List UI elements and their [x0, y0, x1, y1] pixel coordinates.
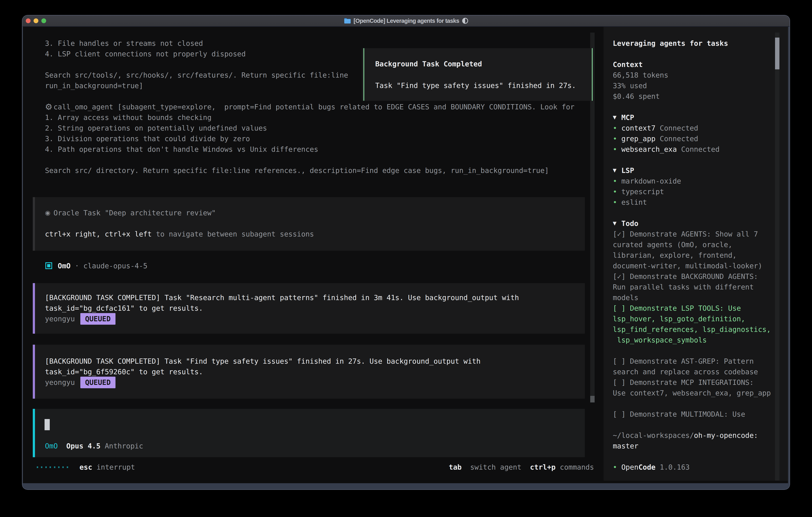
text-span: Use context7, websearch_exa, grep_app: [613, 389, 771, 397]
notification-border-left: [364, 48, 364, 101]
todo-item: [ ] Demonstrate MULTIMODAL: Use: [613, 409, 745, 419]
text-span: •: [613, 188, 617, 196]
chat-row: 4. Path operations that don't handle Win…: [45, 144, 318, 155]
omo-icon-fill: [47, 264, 50, 267]
tri-icon: ▼: [613, 218, 621, 229]
text-span: document-writer, multimodal-looker): [613, 262, 762, 270]
text-span: 2. String operations on potentially unde…: [45, 124, 267, 132]
text-span: [✓] Demonstrate AGENTS: Show all 7: [613, 230, 758, 238]
text-span: eslint: [617, 198, 647, 206]
text-span: websearch_exa: [617, 145, 677, 153]
text-span: markdown-oxide: [617, 177, 681, 185]
workspace-path: ~/local-workspaces/oh-my-opencode:: [613, 430, 758, 441]
todo-item: document-writer, multimodal-looker): [613, 261, 762, 271]
activity-dot: [37, 466, 38, 468]
text-span: 1. Array access without bounds checking: [45, 113, 211, 121]
close-button[interactable]: [26, 19, 31, 23]
text-span: search and replace across codebase: [613, 368, 758, 376]
text-span: · claude-opus-4-5: [70, 262, 147, 270]
task1-accent-border: [33, 283, 35, 334]
text-span: yeongyu: [45, 378, 75, 386]
activity-dot: [58, 466, 60, 468]
todo-item: Use context7, websearch_exa, grep_app: [613, 388, 771, 398]
sidebar-scrollbar[interactable]: [775, 33, 779, 481]
todo-item: [✓] Demonstrate BACKGROUND AGENTS:: [613, 271, 758, 282]
omo-icon-frame: [46, 262, 52, 269]
titlebar-separator: [22, 26, 790, 27]
text-span: Code: [638, 463, 656, 471]
chat-row: 4. LSP client connections not properly d…: [45, 49, 246, 59]
fisheye-icon: ◉: [45, 208, 54, 218]
sidebar-scrollbar-thumb[interactable]: [775, 37, 779, 70]
chat-row: Search src/ directory. Return specific f…: [45, 165, 549, 176]
window-edge-left: [22, 27, 23, 483]
todo-item-active: lsp_find_references, lsp_diagnostics,: [613, 324, 771, 335]
activity-dot: [41, 466, 42, 468]
text-span: Opus 4.5: [58, 442, 100, 450]
text-span: lsp_workspace_symbols: [613, 336, 707, 344]
oracle-task-title: ◉Oracle Task "Deep architecture review": [45, 208, 216, 218]
text-span: run_in_background=true]: [45, 82, 143, 90]
todo-item-active: lsp_workspace_symbols: [613, 335, 707, 345]
text-span: •: [613, 135, 617, 143]
text-span: 3. File handles or streams not closed: [45, 39, 203, 47]
text-span: [ ] Demonstrate MCP INTEGRATIONS:: [613, 378, 754, 386]
activity-dot: [54, 466, 55, 468]
mcp-item: • websearch_exa Connected: [613, 144, 720, 155]
text-span: [ ] Demonstrate AST-GREP: Pattern: [613, 357, 754, 365]
chat-row: run_in_background=true]: [45, 80, 143, 91]
status-left: esc interrupt: [37, 462, 135, 472]
text-span: •: [613, 145, 617, 153]
text-span: Connected: [656, 135, 698, 143]
text-span: $0.46 spent: [613, 92, 660, 100]
chat-scrollbar-thumb[interactable]: [590, 396, 594, 403]
text-span: models: [613, 294, 638, 302]
mcp-item: • context7 Connected: [613, 123, 698, 133]
queued-badge: QUEUED: [80, 313, 115, 325]
text-span: typescript: [617, 188, 664, 196]
mcp-heading: ▼MCP: [613, 112, 634, 123]
todo-item: models: [613, 292, 638, 303]
text-span: grep_app: [617, 135, 655, 143]
text-span: master: [613, 442, 638, 450]
notification-toast[interactable]: Background Task Completed Task "Find typ…: [362, 48, 592, 101]
text-span: Context: [613, 60, 643, 69]
todo-item: [ ] Demonstrate AST-GREP: Pattern: [613, 356, 754, 366]
chat-row: ⚙call_omo_agent [subagent_type=explore, …: [45, 102, 574, 112]
text-span: [✓] Demonstrate BACKGROUND AGENTS:: [613, 272, 758, 280]
text-span: [BACKGROUND TASK COMPLETED] Task "Resear…: [45, 294, 519, 302]
text-span: Search src/ directory. Return specific f…: [45, 166, 549, 174]
activity-dot: [50, 466, 51, 468]
text-span: Connected: [656, 124, 698, 132]
text-span: 3. Division operations that could divide…: [45, 135, 250, 143]
folder-icon: [344, 18, 351, 24]
todo-heading: ▼Todo: [613, 218, 638, 229]
todo-item: curated agents (OmO, oracle,: [613, 239, 732, 250]
text-span: call_omo_agent [subagent_type=explore, p…: [54, 103, 574, 111]
activity-dots-icon: [37, 462, 80, 472]
text-span: interrupt: [92, 463, 135, 471]
notification-border-right: [592, 48, 592, 101]
status-right: tab switch agent ctrl+p commands: [449, 462, 594, 472]
text-span: lsp_hover, lsp_goto_definition,: [613, 315, 745, 323]
text-span: [ ] Demonstrate LSP TOOLS: Use: [613, 304, 741, 312]
minimize-button[interactable]: [34, 19, 38, 23]
chat-row: 1. Array access without bounds checking: [45, 112, 211, 123]
text-span: Open: [617, 463, 638, 471]
agent-header: OmO · claude-opus-4-5: [45, 261, 147, 271]
window-edge-bottom: [22, 483, 790, 489]
text-span: Connected: [677, 145, 720, 153]
titlebar[interactable]: [OpenCode] Leveraging agents for tasks: [22, 16, 790, 26]
text-span: lsp_find_references, lsp_diagnostics,: [613, 325, 771, 333]
lsp-heading: ▼LSP: [613, 165, 634, 176]
text-span: 4. LSP client connections not properly d…: [45, 50, 246, 58]
todo-item-active: [ ] Demonstrate LSP TOOLS: Use: [613, 303, 741, 314]
half-circle-icon: [462, 18, 468, 24]
text-span: context7: [617, 124, 655, 132]
zoom-button[interactable]: [41, 19, 46, 23]
opencode-window: 3. File handles or streams not closed4. …: [22, 16, 790, 489]
window-title: [OpenCode] Leveraging agents for tasks: [354, 18, 459, 24]
text-span: Anthropic: [100, 442, 143, 450]
text-span: •: [613, 124, 617, 132]
version-line: • OpenCode 1.0.163: [613, 462, 690, 472]
